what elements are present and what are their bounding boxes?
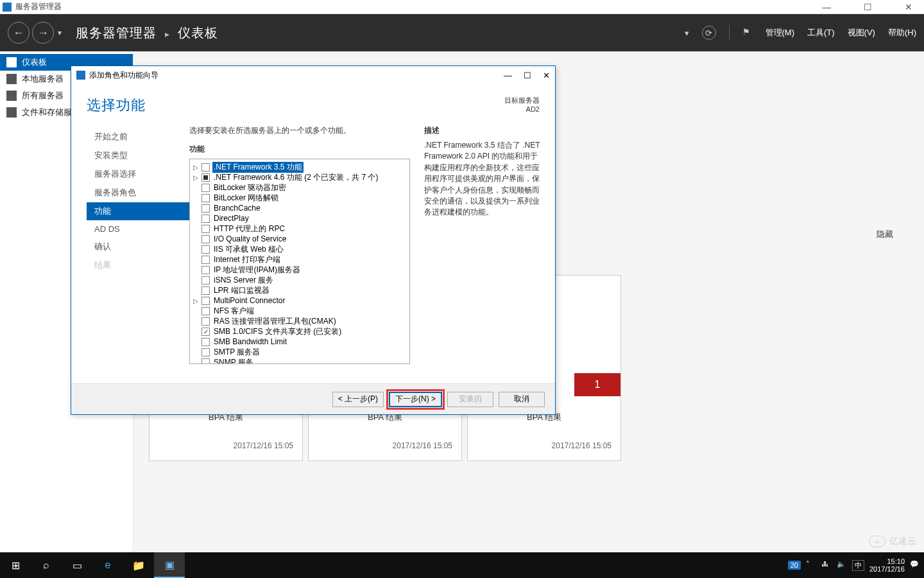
feature-item[interactable]: ▷IP 地址管理(IPAM)服务器	[191, 265, 408, 275]
feature-checkbox[interactable]	[201, 184, 210, 192]
app-title-left: 服务器管理器	[3, 1, 62, 12]
wizard-step: 结果	[87, 256, 189, 274]
feature-label: HTTP 代理上的 RPC	[212, 223, 286, 234]
wizard-titlebar[interactable]: 添加角色和功能向导 — ☐ ✕	[71, 66, 555, 84]
feature-item[interactable]: ▷MultiPoint Connector	[191, 295, 408, 306]
menu-help[interactable]: 帮助(H)	[888, 27, 916, 39]
wizard-step[interactable]: 确认	[87, 238, 189, 256]
feature-checkbox[interactable]	[201, 194, 210, 202]
feature-checkbox[interactable]	[201, 204, 210, 213]
start-button[interactable]: ⊞	[0, 552, 31, 578]
feature-item[interactable]: ▷SNMP 服务	[191, 357, 408, 363]
tray-notifications-icon[interactable]: 💬	[910, 560, 920, 570]
wizard-step[interactable]: 开始之前	[87, 128, 189, 146]
tray-network-icon[interactable]: 🖧	[821, 560, 832, 570]
feature-item[interactable]: ▷DirectPlay	[191, 213, 408, 223]
nav-forward-button[interactable]: →	[32, 22, 54, 44]
feature-item[interactable]: ▷SMB Bandwidth Limit	[191, 337, 408, 347]
feature-checkbox[interactable]	[201, 286, 210, 295]
wizard-cancel-button[interactable]: 取消	[499, 392, 545, 407]
sidebar-item-icon	[6, 57, 17, 67]
wizard-prev-button[interactable]: < 上一步(P)	[332, 392, 384, 407]
tray-clock[interactable]: 15:10 2017/12/16	[869, 557, 905, 573]
feature-checkbox[interactable]	[201, 358, 210, 364]
tile-datetime: 2017/12/16 15:05	[234, 441, 293, 450]
feature-item[interactable]: ▷SMB 1.0/CIFS 文件共享支持 (已安装)	[191, 326, 408, 337]
menu-view[interactable]: 视图(V)	[848, 27, 875, 39]
wizard-step[interactable]: 安装类型	[87, 146, 189, 164]
menu-tools[interactable]: 工具(T)	[807, 27, 835, 39]
feature-checkbox[interactable]	[201, 256, 210, 264]
refresh-button[interactable]: ⟳	[702, 26, 716, 40]
tree-expander-icon[interactable]: ▷	[193, 174, 199, 181]
feature-checkbox[interactable]	[201, 215, 210, 223]
ie-button[interactable]: e	[92, 552, 123, 578]
feature-label: IIS 可承载 Web 核心	[212, 244, 285, 255]
tray-ime[interactable]: 中	[852, 560, 864, 571]
feature-checkbox[interactable]	[201, 173, 210, 182]
feature-item[interactable]: ▷NFS 客户端	[191, 306, 408, 316]
task-view-button[interactable]: ▭	[62, 552, 92, 578]
wizard-close-button[interactable]: ✕	[543, 71, 550, 80]
breadcrumb-sep: ▸	[165, 29, 170, 39]
feature-item[interactable]: ▷Internet 打印客户端	[191, 254, 408, 265]
wizard-maximize-button[interactable]: ☐	[524, 71, 531, 80]
wizard-step[interactable]: 服务器选择	[87, 165, 189, 183]
feature-checkbox[interactable]	[201, 245, 210, 254]
feature-item[interactable]: ▷LPR 端口监视器	[191, 285, 408, 295]
explorer-button[interactable]: 📁	[123, 552, 154, 578]
feature-item[interactable]: ▷IIS 可承载 Web 核心	[191, 244, 408, 254]
server-manager-taskbar-button[interactable]: ▣	[154, 552, 185, 578]
feature-item[interactable]: ▷RAS 连接管理器管理工具包(CMAK)	[191, 316, 408, 326]
feature-checkbox[interactable]	[201, 225, 210, 233]
feature-item[interactable]: ▷SMTP 服务器	[191, 347, 408, 357]
tray-volume-icon[interactable]: 🔈	[837, 560, 847, 570]
nav-dropdown-icon[interactable]: ▾	[58, 28, 62, 37]
feature-checkbox[interactable]	[201, 266, 210, 274]
app-dropdown-icon[interactable]: ▾	[685, 28, 689, 38]
feature-checkbox[interactable]	[201, 307, 210, 315]
search-button[interactable]: ⌕	[31, 552, 62, 578]
feature-checkbox[interactable]	[201, 338, 210, 346]
menu-manage[interactable]: 管理(M)	[766, 27, 795, 39]
hide-label[interactable]: 隐藏	[877, 229, 893, 240]
tray-badge[interactable]: 20	[788, 561, 801, 570]
wizard-icon	[76, 71, 85, 80]
feature-item[interactable]: ▷.NET Framework 4.6 功能 (2 个已安装，共 7 个)	[191, 172, 408, 182]
breadcrumb-page[interactable]: 仪表板	[178, 26, 218, 40]
feature-checkbox[interactable]	[201, 328, 210, 336]
features-list[interactable]: ▷.NET Framework 3.5 功能▷.NET Framework 4.…	[190, 159, 409, 363]
wizard-install-button[interactable]: 安装(I)	[447, 392, 493, 407]
wizard-step[interactable]: 功能	[87, 202, 189, 220]
feature-checkbox[interactable]	[201, 235, 210, 243]
sidebar-item-icon	[6, 107, 17, 118]
feature-item[interactable]: ▷BranchCache	[191, 203, 408, 213]
tree-expander-icon[interactable]: ▷	[193, 164, 199, 171]
wizard-step[interactable]: AD DS	[87, 221, 189, 237]
tray-up-icon[interactable]: ˄	[806, 560, 816, 570]
wizard-next-button[interactable]: 下一步(N) >	[389, 392, 442, 407]
app-close-button[interactable]: ✕	[896, 2, 921, 12]
feature-item[interactable]: ▷iSNS Server 服务	[191, 275, 408, 285]
breadcrumb-root[interactable]: 服务器管理器	[76, 26, 157, 40]
feature-checkbox[interactable]	[201, 317, 210, 326]
notifications-flag-icon[interactable]: ⚑	[742, 27, 753, 39]
feature-checkbox[interactable]	[201, 276, 210, 285]
feature-item[interactable]: ▷BitLocker 网络解锁	[191, 193, 408, 203]
wizard-steps: 开始之前安装类型服务器选择服务器角色功能AD DS确认结果	[87, 119, 189, 383]
feature-label: SMB Bandwidth Limit	[212, 337, 288, 346]
wizard-target-server: 目标服务器 AD2	[504, 96, 540, 113]
wizard-step[interactable]: 服务器角色	[87, 184, 189, 202]
feature-item[interactable]: ▷I/O Quality of Service	[191, 234, 408, 244]
nav-back-button[interactable]: ←	[8, 22, 30, 44]
feature-checkbox[interactable]	[201, 163, 210, 171]
feature-item[interactable]: ▷.NET Framework 3.5 功能	[191, 162, 408, 172]
tree-expander-icon[interactable]: ▷	[193, 297, 199, 304]
feature-checkbox[interactable]	[201, 297, 210, 305]
feature-item[interactable]: ▷HTTP 代理上的 RPC	[191, 223, 408, 234]
wizard-minimize-button[interactable]: —	[504, 71, 512, 80]
app-minimize-button[interactable]: —	[814, 2, 839, 12]
app-maximize-button[interactable]: ☐	[855, 2, 880, 12]
feature-checkbox[interactable]	[201, 348, 210, 356]
feature-item[interactable]: ▷BitLocker 驱动器加密	[191, 182, 408, 193]
